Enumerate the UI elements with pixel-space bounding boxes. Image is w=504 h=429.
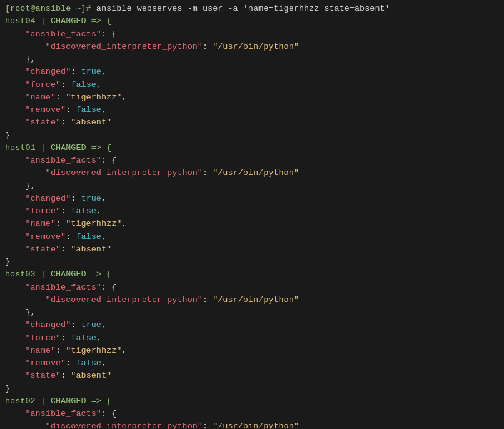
host03-name: host03 [5, 270, 36, 279]
host01-ansible-facts: "ansible_facts": { [5, 154, 499, 167]
host04-remove: "remove": false, [5, 104, 499, 116]
host04-name: host04 [5, 16, 36, 26]
host01-interpreter: "discovered_interpreter_python": "/usr/b… [5, 167, 499, 179]
host01-state: "state": "absent" [5, 243, 499, 256]
host02-ansible-facts: "ansible_facts": { [5, 408, 499, 420]
host02-interpreter: "discovered_interpreter_python": "/usr/b… [5, 420, 499, 429]
host01-name-field: "name": "tigerhhzz", [5, 218, 499, 230]
terminal-window: [root@ansible ~]# ansible webserves -m u… [0, 0, 504, 429]
host01-close: } [5, 256, 499, 268]
host04-status: | CHANGED => { [36, 16, 112, 26]
host01-force: "force": false, [5, 205, 499, 218]
host03-changed: "changed": true, [5, 319, 499, 331]
host03-remove: "remove": false, [5, 357, 499, 370]
host03-ansible-facts: "ansible_facts": { [5, 281, 499, 294]
host03-facts-close: }, [5, 306, 499, 319]
host03-status: | CHANGED => { [36, 270, 112, 279]
host03-force: "force": false, [5, 332, 499, 345]
host04-interpreter: "discovered_interpreter_python": "/usr/b… [5, 41, 499, 53]
command-line: [root@ansible ~]# ansible webserves -m u… [5, 3, 499, 15]
host02-status: | CHANGED => { [36, 396, 112, 406]
host02-header: host02 | CHANGED => { [5, 395, 499, 408]
host04-header: host04 | CHANGED => { [5, 15, 499, 28]
host03-state: "state": "absent" [5, 370, 499, 382]
host01-remove: "remove": false, [5, 231, 499, 243]
host01-facts-close: }, [5, 180, 499, 193]
host03-interpreter: "discovered_interpreter_python": "/usr/b… [5, 294, 499, 306]
host01-header: host01 | CHANGED => { [5, 142, 499, 154]
host03-close: } [5, 383, 499, 395]
host02-name: host02 [5, 396, 36, 406]
host04-state: "state": "absent" [5, 116, 499, 129]
host01-name: host01 [5, 143, 36, 153]
host04-force: "force": false, [5, 79, 499, 91]
host04-name-field: "name": "tigerhhzz", [5, 91, 499, 104]
host03-name-field: "name": "tigerhhzz", [5, 345, 499, 357]
command-text: ansible webserves -m user -a 'name=tiger… [96, 4, 390, 13]
host04-changed: "changed": true, [5, 66, 499, 78]
host01-status: | CHANGED => { [36, 143, 112, 153]
host04-ansible-facts: "ansible_facts": { [5, 28, 499, 41]
host03-header: host03 | CHANGED => { [5, 268, 499, 281]
prompt: [root@ansible ~]# [5, 4, 96, 13]
host04-facts-close: }, [5, 53, 499, 66]
host04-close: } [5, 129, 499, 142]
host01-changed: "changed": true, [5, 193, 499, 205]
